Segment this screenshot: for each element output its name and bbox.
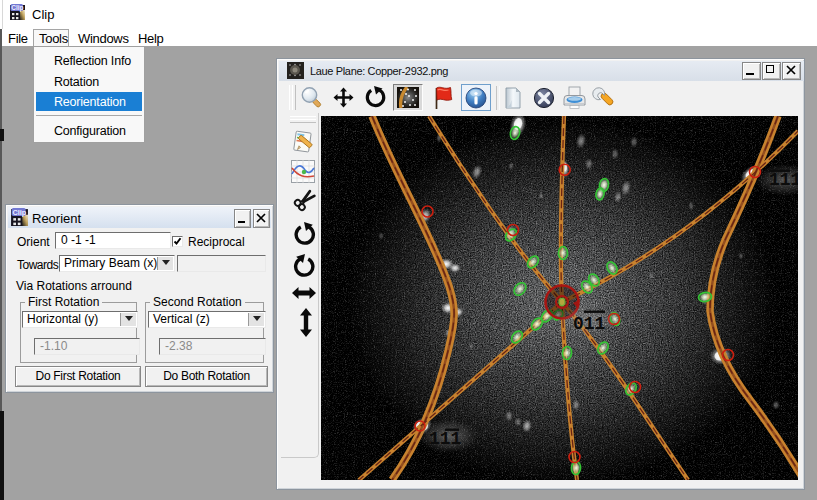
svg-text:011: 011	[573, 314, 606, 334]
svg-text:111: 111	[429, 429, 462, 449]
svg-text:Clip: Clip	[11, 4, 23, 12]
svg-text:Clip: Clip	[13, 208, 27, 217]
svg-text:111: 111	[769, 170, 798, 190]
